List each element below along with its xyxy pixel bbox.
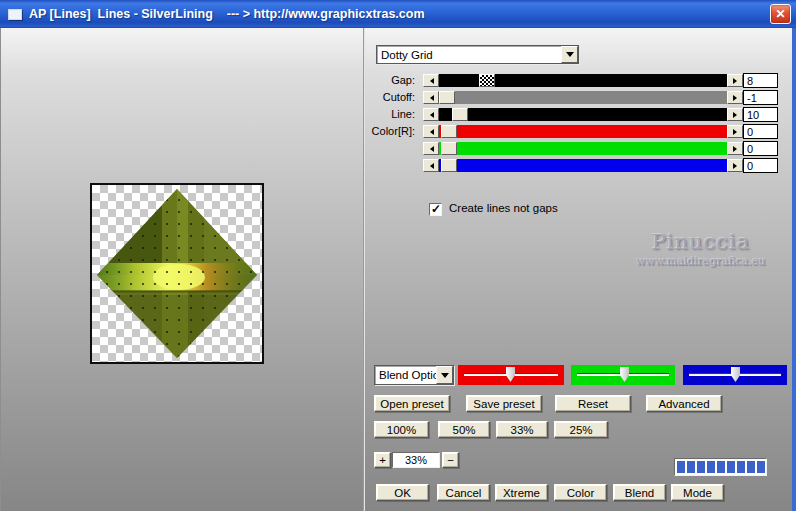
- red-mix-thumb[interactable]: [506, 367, 515, 382]
- blend-button[interactable]: Blend: [613, 484, 666, 501]
- ok-button[interactable]: OK: [376, 484, 429, 501]
- cutoff-value-field[interactable]: [743, 90, 778, 105]
- zoom-50-button[interactable]: 50%: [438, 421, 490, 438]
- filter-dropdown-arrow-button[interactable]: [561, 46, 578, 63]
- color-r-slider-right-arrow[interactable]: [727, 125, 743, 138]
- color-button[interactable]: Color: [554, 484, 607, 501]
- color-g-slider-track[interactable]: [439, 142, 727, 155]
- client-area: Dotty Grid Gap: Cutoff: Line: Color[R]:: [0, 28, 796, 511]
- filter-dropdown-value: Dotty Grid: [377, 49, 561, 61]
- window-title: AP [Lines] Lines - SilverLining --- > ht…: [29, 7, 425, 21]
- color-r-slider-track[interactable]: [439, 125, 727, 138]
- arrow-right-icon: [733, 163, 740, 169]
- app-icon: [8, 9, 22, 20]
- color-b-slider-left-arrow[interactable]: [423, 159, 439, 172]
- green-mix-thumb[interactable]: [620, 367, 629, 382]
- color-b-slider-right-arrow[interactable]: [727, 159, 743, 172]
- blue-mix-slider[interactable]: [683, 365, 787, 385]
- xtreme-button[interactable]: Xtreme: [495, 484, 548, 501]
- zoom-level-field[interactable]: 33%: [392, 452, 440, 468]
- color-r-label: Color[R]:: [365, 125, 415, 138]
- color-b-slider-thumb[interactable]: [441, 159, 457, 172]
- gap-value-field[interactable]: [743, 73, 778, 88]
- blend-options-value: Blend Optio: [375, 369, 436, 381]
- green-mix-slider[interactable]: [571, 365, 675, 385]
- reset-button[interactable]: Reset: [555, 395, 631, 412]
- arrow-left-icon: [427, 78, 434, 84]
- cancel-button[interactable]: Cancel: [437, 484, 490, 501]
- cutoff-slider-left-arrow[interactable]: [423, 91, 439, 104]
- color-r-slider-thumb[interactable]: [441, 125, 457, 138]
- cutoff-slider-thumb[interactable]: [439, 91, 455, 104]
- arrow-left-icon: [427, 146, 434, 152]
- open-preset-button[interactable]: Open preset: [374, 395, 450, 412]
- preview-image: [92, 185, 262, 362]
- color-g-slider-left-arrow[interactable]: [423, 142, 439, 155]
- cutoff-slider-track[interactable]: [439, 91, 727, 104]
- line-slider-track[interactable]: [439, 108, 727, 121]
- zoom-25-button[interactable]: 25%: [554, 421, 608, 438]
- create-lines-label: Create lines not gaps: [449, 202, 558, 214]
- gap-slider-right-arrow[interactable]: [727, 74, 743, 87]
- gap-slider-left-arrow[interactable]: [423, 74, 439, 87]
- watermark: Pinuccia www.maidiregrafica.eu: [619, 230, 783, 268]
- blue-mix-thumb[interactable]: [731, 367, 740, 382]
- line-slider-thumb[interactable]: [452, 108, 468, 121]
- color-r-value-field[interactable]: [743, 124, 778, 139]
- window-border-right: [792, 28, 796, 511]
- cutoff-label: Cutoff:: [365, 91, 415, 104]
- panel-divider: [363, 28, 364, 511]
- zoom-33-button[interactable]: 33%: [496, 421, 548, 438]
- line-slider-left-arrow[interactable]: [423, 108, 439, 121]
- chevron-down-icon: [566, 52, 574, 61]
- progress-bar: [674, 458, 767, 476]
- arrow-right-icon: [733, 112, 740, 118]
- save-preset-button[interactable]: Save preset: [466, 395, 542, 412]
- arrow-right-icon: [733, 95, 740, 101]
- zoom-minus-button[interactable]: −: [442, 452, 459, 468]
- arrow-left-icon: [427, 95, 434, 101]
- color-g-slider-right-arrow[interactable]: [727, 142, 743, 155]
- line-value-field[interactable]: [743, 107, 778, 122]
- chevron-down-icon: [441, 373, 449, 382]
- preview-canvas[interactable]: [90, 183, 264, 364]
- arrow-left-icon: [427, 129, 434, 135]
- line-label: Line:: [365, 108, 415, 121]
- color-r-slider-left-arrow[interactable]: [423, 125, 439, 138]
- red-mix-slider[interactable]: [458, 365, 564, 385]
- arrow-right-icon: [733, 129, 740, 135]
- zoom-100-button[interactable]: 100%: [374, 421, 429, 438]
- watermark-site: www.maidiregrafica.eu: [619, 255, 783, 268]
- color-b-slider-track[interactable]: [439, 159, 727, 172]
- blend-options-dropdown[interactable]: Blend Optio: [374, 365, 454, 385]
- blend-options-arrow-button[interactable]: [436, 366, 453, 384]
- zoom-plus-button[interactable]: +: [374, 452, 391, 468]
- arrow-right-icon: [733, 146, 740, 152]
- color-g-slider-thumb[interactable]: [441, 142, 457, 155]
- plugin-window: AP [Lines] Lines - SilverLining --- > ht…: [0, 0, 796, 511]
- gap-slider-thumb[interactable]: [479, 74, 495, 87]
- cutoff-slider-right-arrow[interactable]: [727, 91, 743, 104]
- arrow-left-icon: [427, 163, 434, 169]
- line-slider-right-arrow[interactable]: [727, 108, 743, 121]
- color-b-value-field[interactable]: [743, 158, 778, 173]
- title-bar: AP [Lines] Lines - SilverLining --- > ht…: [0, 0, 796, 28]
- watermark-name: Pinuccia: [619, 230, 783, 254]
- close-button[interactable]: ✕: [770, 4, 791, 24]
- arrow-left-icon: [427, 112, 434, 118]
- gap-slider-track[interactable]: [439, 74, 727, 87]
- filter-dropdown[interactable]: Dotty Grid: [376, 45, 579, 64]
- mode-button[interactable]: Mode: [671, 484, 724, 501]
- gap-label: Gap:: [365, 74, 415, 87]
- advanced-button[interactable]: Advanced: [646, 395, 722, 412]
- arrow-right-icon: [733, 78, 740, 84]
- color-g-value-field[interactable]: [743, 141, 778, 156]
- create-lines-checkbox[interactable]: [429, 203, 442, 216]
